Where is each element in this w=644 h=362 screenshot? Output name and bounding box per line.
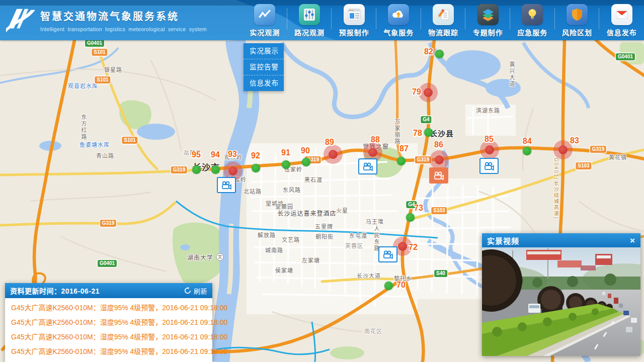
close-icon[interactable]: × — [630, 236, 635, 245]
map-place-label: 文艺路 — [282, 235, 300, 243]
road-badge: S101 — [92, 49, 107, 56]
map-place-label: 东屯渡 — [349, 231, 367, 239]
map-place-label: 北站路 — [244, 187, 262, 195]
nav-item-label: 预报制作 — [339, 27, 369, 37]
alert-panel-title: 资料更新时间：2016-06-21 — [10, 286, 100, 296]
nav-item-risk[interactable]: 风险区划 — [555, 0, 600, 40]
infopub-icon — [611, 4, 632, 25]
alert-list: G45大广高速K2560-010M：湿度95% 4级预警，2016-06-21 … — [5, 298, 212, 362]
traffic-camera-icon[interactable] — [429, 167, 448, 184]
nav-item-special[interactable]: 专题制作 — [465, 0, 510, 40]
map-place-label: 东方红路 — [79, 114, 88, 140]
map-place-label: 黑石渡 — [304, 175, 323, 184]
map-place-label: 侯家塘 — [275, 266, 293, 274]
nav-item-emergency[interactable]: 应急服务 — [510, 0, 555, 40]
nav-item-live[interactable]: 实况观测 — [243, 0, 287, 40]
map-place-label: 左家塘 — [302, 256, 320, 264]
road-badge: G4 — [421, 116, 431, 123]
map-place-label: 万家丽路 — [393, 119, 401, 145]
dropdown-item[interactable]: 监控告警 — [244, 59, 284, 75]
map-place-label: G0401(长沙绕城高速) — [552, 158, 560, 220]
nav-item-label: 应急服务 — [517, 27, 547, 37]
app-window: 观音岩水库鱼婆塘水库长沙市岳麓区观沙岭银盆岭望城坡长沙运达喜来登酒店湖南大学文马… — [0, 0, 644, 362]
map-place-label: 湖南大学 — [187, 253, 213, 261]
map-place-label: 黄花镇 — [609, 153, 627, 161]
map-place-label: 东风路 — [283, 186, 301, 194]
video-panel-title: 实景视频 — [487, 235, 519, 246]
top-header-bar: 智慧交通物流气象服务系统 Intelligent transportation … — [0, 0, 644, 40]
map-place-label: 滨湖东路 — [476, 106, 500, 114]
nav-item-label: 信息发布 — [607, 27, 637, 37]
app-logo-icon — [5, 7, 36, 34]
nav-item-road[interactable]: 路况观测 — [287, 0, 332, 40]
map-place-label: 鱼婆塘水库 — [79, 140, 110, 148]
map-place-label: 长沙大道 — [357, 272, 381, 280]
nav-item-forecast[interactable]: 预报制作 — [332, 0, 376, 40]
alert-panel: 资料更新时间：2016-06-21 刷新 G45大广高速K2560-010M：湿… — [5, 283, 212, 362]
road-badge: S40 — [434, 270, 447, 277]
refresh-button[interactable]: 刷新 — [184, 286, 207, 296]
road-icon — [299, 4, 320, 25]
marker-number-85: 85 — [485, 135, 494, 144]
alert-row[interactable]: G45大广高速K2560-010M：湿度95% 4级预警，2016-06-21 … — [5, 315, 212, 330]
marker-number-78: 78 — [413, 129, 422, 138]
alert-row[interactable]: G45大广高速K2560-010M：湿度95% 4级预警，2016-06-21 … — [5, 344, 212, 359]
alert-row[interactable]: G45大广高速K2560-010M：湿度95% 4级预警，2016-06-21 … — [5, 330, 212, 344]
traffic-camera-icon[interactable] — [217, 177, 236, 193]
dropdown-item[interactable]: 实况展示 — [244, 43, 284, 59]
alert-row[interactable]: G45大广高速K2560-010M：湿度95% 4级预警，2016-06-21 … — [5, 301, 212, 315]
live-video-frame — [482, 247, 640, 356]
marker-number-88: 88 — [371, 135, 380, 144]
road-badge: G319 — [590, 146, 606, 153]
marker-number-84: 84 — [523, 137, 532, 146]
nav-item-label: 路况观测 — [294, 27, 325, 37]
marker-number-93: 93 — [228, 150, 237, 159]
dropdown-item[interactable]: 信息发布 — [244, 75, 284, 91]
alert-panel-header: 资料更新时间：2016-06-21 刷新 — [5, 283, 212, 298]
logistics-icon — [433, 4, 454, 25]
special-icon — [477, 4, 499, 25]
main-nav: 实况观测路况观测预报制作气象服务物流跟踪专题制作应急服务风险区划信息发布 — [243, 0, 644, 40]
marker-number-72: 72 — [409, 243, 418, 252]
road-badge: S103 — [576, 162, 591, 169]
road-badge: G0401 — [616, 53, 635, 60]
marker-number-94: 94 — [211, 150, 220, 159]
map-place-label: 黄兴大道 — [508, 61, 516, 87]
road-badge: S101 — [122, 137, 137, 144]
nav-item-weather[interactable]: 气象服务 — [376, 0, 421, 40]
road-badge: G0401 — [98, 260, 117, 267]
nav-item-infopub[interactable]: 信息发布 — [599, 0, 644, 40]
nav-item-label: 专题制作 — [473, 27, 503, 37]
nav-item-label: 实况观测 — [250, 27, 280, 37]
map-place-label: 望麓园 — [275, 202, 293, 210]
map-poi-icon: 文 — [216, 253, 224, 261]
traffic-camera-icon[interactable] — [378, 246, 397, 262]
weather-icon — [388, 4, 409, 25]
map-place-label: 观音岩水库 — [68, 81, 98, 89]
emergency-icon — [522, 4, 543, 25]
map-place-label: 雨花区 — [364, 327, 382, 335]
marker-number-90: 90 — [301, 146, 310, 155]
live-icon — [254, 4, 275, 25]
map-place-label: 解放路 — [258, 231, 276, 239]
nav-item-logistics[interactable]: 物流跟踪 — [421, 0, 466, 40]
road-badge: G0401 — [85, 40, 104, 47]
road-badge: S103 — [431, 207, 447, 214]
traffic-camera-icon[interactable] — [358, 158, 377, 174]
risk-icon — [567, 4, 588, 25]
marker-number-89: 89 — [325, 138, 334, 147]
marker-number-79: 79 — [412, 87, 421, 97]
forecast-icon — [344, 4, 365, 25]
map-place-label: 长沙县 — [430, 128, 454, 138]
highway-video-still — [482, 247, 640, 356]
marker-number-70: 70 — [396, 281, 406, 290]
road-badge: G319 — [415, 156, 431, 163]
app-subtitle: Intelligent transportation logistics met… — [40, 26, 207, 32]
nav-item-label: 物流跟踪 — [428, 27, 458, 37]
marker-number-73: 73 — [414, 204, 423, 213]
map-place-label: 青山路 — [96, 151, 114, 159]
map-place-label: 火星 — [336, 206, 348, 214]
traffic-camera-icon[interactable] — [479, 158, 499, 174]
road-badge: S101 — [95, 76, 110, 83]
map-place-label: 城南路 — [265, 246, 283, 254]
